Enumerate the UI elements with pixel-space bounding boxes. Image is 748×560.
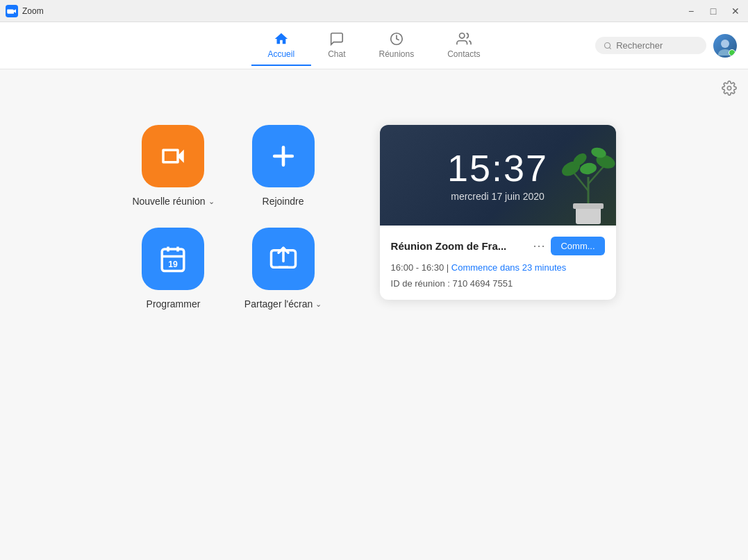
navbar: Accueil Chat Réunions Contacts xyxy=(0,22,748,69)
main-content: Nouvelle réunion ⌄ Rejoindre xyxy=(0,69,748,309)
meeting-name-row: Réunion Zoom de Fra... ··· Comm... xyxy=(391,237,605,255)
minimize-button[interactable]: − xyxy=(684,4,698,18)
partager-ecran-label: Partager l'écran ⌄ xyxy=(244,298,322,309)
titlebar: Zoom − □ ✕ xyxy=(0,0,748,22)
meeting-id-value: 710 4694 7551 xyxy=(452,278,513,289)
meeting-id-label: ID de réunion : xyxy=(391,278,450,289)
action-rejoindre[interactable]: Rejoindre xyxy=(242,125,324,207)
chat-icon xyxy=(329,31,344,46)
avatar-image xyxy=(715,36,735,56)
start-meeting-button[interactable]: Comm... xyxy=(551,237,604,255)
meeting-card-date: mercredi 17 juin 2020 xyxy=(451,191,545,202)
svg-rect-18 xyxy=(573,203,604,209)
video-icon xyxy=(158,142,188,171)
action-nouvelle-reunion[interactable]: Nouvelle réunion ⌄ xyxy=(132,125,214,207)
tab-chat-label: Chat xyxy=(328,49,345,59)
tab-accueil[interactable]: Accueil xyxy=(251,26,311,66)
tab-contacts[interactable]: Contacts xyxy=(431,26,497,66)
nouvelle-reunion-chevron: ⌄ xyxy=(208,197,215,206)
rejoindre-label: Rejoindre xyxy=(263,196,304,207)
svg-line-20 xyxy=(574,173,588,191)
meeting-starts-in: Commence dans 23 minutes xyxy=(451,262,566,273)
avatar[interactable] xyxy=(713,34,737,58)
nav-right xyxy=(595,34,737,58)
plus-icon xyxy=(268,141,299,171)
titlebar-logo: Zoom xyxy=(6,5,684,17)
actions-grid: Nouvelle réunion ⌄ Rejoindre xyxy=(132,125,324,309)
nouvelle-reunion-button[interactable] xyxy=(142,125,204,187)
calendar-icon: 19 xyxy=(158,244,188,273)
search-input[interactable] xyxy=(616,40,698,51)
tab-contacts-label: Contacts xyxy=(447,49,480,59)
nouvelle-reunion-label: Nouvelle réunion ⌄ xyxy=(132,196,214,207)
search-icon xyxy=(604,41,612,51)
close-button[interactable]: ✕ xyxy=(729,4,742,18)
plant-decoration xyxy=(560,142,616,226)
contacts-icon xyxy=(456,31,472,46)
home-icon xyxy=(274,31,289,46)
programmer-label: Programmer xyxy=(147,298,201,309)
svg-point-3 xyxy=(605,42,610,48)
settings-button[interactable] xyxy=(722,80,737,99)
meeting-card-actions: ··· Comm... xyxy=(533,237,604,255)
gear-icon xyxy=(722,80,737,96)
meeting-time-row: 16:00 - 16:30 | Commence dans 23 minutes xyxy=(391,262,605,273)
svg-point-5 xyxy=(721,40,729,48)
meeting-card: 15:37 mercredi 17 juin 2020 Réu xyxy=(380,125,616,300)
meeting-time-range: 16:00 - 16:30 xyxy=(391,262,444,273)
action-programmer[interactable]: 19 Programmer xyxy=(132,228,214,309)
meeting-card-time: 15:37 xyxy=(447,149,548,187)
svg-text:19: 19 xyxy=(169,260,178,269)
tab-accueil-label: Accueil xyxy=(267,49,294,59)
meeting-dots-button[interactable]: ··· xyxy=(533,239,545,253)
share-screen-icon xyxy=(269,244,298,273)
tab-chat[interactable]: Chat xyxy=(311,26,362,66)
clock-icon xyxy=(389,31,404,46)
meeting-id-row: ID de réunion : 710 4694 7551 xyxy=(391,278,605,289)
meeting-name: Réunion Zoom de Fra... xyxy=(391,240,507,252)
programmer-button[interactable]: 19 xyxy=(142,228,204,290)
tab-reunions-label: Réunions xyxy=(379,49,414,59)
svg-line-4 xyxy=(609,47,610,49)
partager-ecran-chevron: ⌄ xyxy=(315,300,322,309)
titlebar-controls: − □ ✕ xyxy=(684,4,742,18)
tab-reunions[interactable]: Réunions xyxy=(362,26,431,66)
action-partager-ecran[interactable]: Partager l'écran ⌄ xyxy=(242,228,324,309)
svg-point-7 xyxy=(727,86,731,90)
search-box[interactable] xyxy=(595,37,706,54)
maximize-button[interactable]: □ xyxy=(706,4,720,18)
zoom-logo-icon xyxy=(6,5,18,17)
partager-ecran-button[interactable] xyxy=(252,228,315,290)
card-header: 15:37 mercredi 17 juin 2020 xyxy=(380,125,616,226)
nav-tabs: Accueil Chat Réunions Contacts xyxy=(251,26,497,66)
svg-point-6 xyxy=(718,49,732,56)
card-body: Réunion Zoom de Fra... ··· Comm... 16:00… xyxy=(380,226,616,300)
svg-point-2 xyxy=(459,33,464,37)
rejoindre-button[interactable] xyxy=(252,125,315,187)
titlebar-title: Zoom xyxy=(22,6,44,16)
